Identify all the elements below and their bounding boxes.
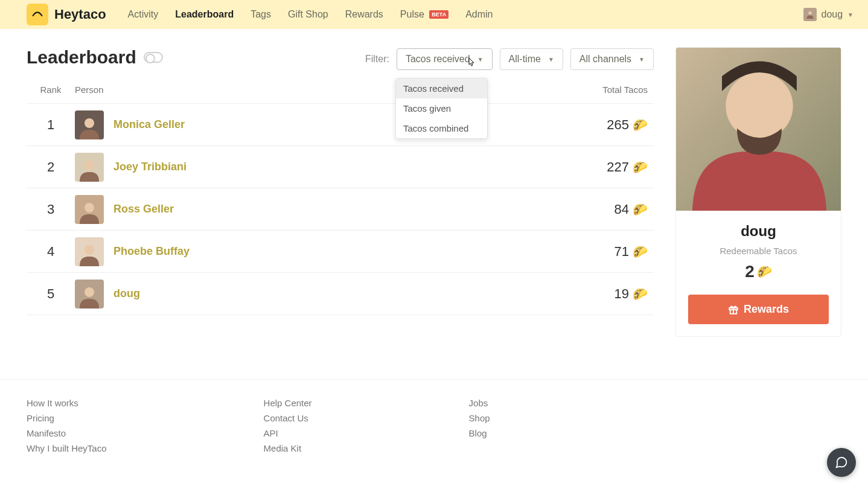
- user-avatar-small: [803, 8, 817, 21]
- footer-link[interactable]: Media Kit: [264, 443, 312, 453]
- filter-channel-value: All channels: [579, 54, 631, 65]
- rewards-button[interactable]: Rewards: [688, 295, 829, 324]
- footer-link[interactable]: How It works: [27, 398, 107, 408]
- person-link[interactable]: Monica Geller: [113, 118, 185, 131]
- footer-link[interactable]: Manifesto: [27, 428, 107, 438]
- table-row: 5doug19🌮: [27, 273, 654, 315]
- filter-type-option[interactable]: Tacos received: [396, 78, 487, 98]
- profile-count-value: 2: [745, 262, 755, 281]
- help-chat-button[interactable]: [827, 448, 856, 477]
- total-cell: 84🌮: [557, 202, 654, 217]
- filter-type-dropdown[interactable]: Tacos received ▼: [397, 48, 493, 70]
- profile-name: doug: [688, 223, 829, 240]
- taco-icon: 🌮: [757, 264, 772, 279]
- person-cell: Joey Tribbiani: [75, 153, 557, 182]
- taco-icon: 🌮: [633, 245, 648, 259]
- filter-label: Filter:: [365, 54, 389, 65]
- profile-avatar: [676, 48, 841, 211]
- taco-icon: 🌮: [633, 118, 648, 132]
- filter-time-dropdown[interactable]: All-time ▼: [500, 48, 563, 70]
- filter-bar: Filter: Tacos received ▼ All-time ▼ All …: [365, 48, 654, 70]
- col-header-rank: Rank: [27, 85, 75, 95]
- total-value: 71: [614, 244, 629, 260]
- col-header-total: Total Tacos: [557, 85, 654, 95]
- rank-cell: 2: [27, 159, 75, 175]
- brand-logo[interactable]: [27, 4, 48, 25]
- avatar: [75, 110, 104, 139]
- person-cell: Ross Geller: [75, 195, 557, 224]
- filter-channel-dropdown[interactable]: All channels ▼: [570, 48, 654, 70]
- svg-point-3: [726, 72, 793, 139]
- nav-pulse-label: Pulse: [400, 9, 424, 19]
- svg-point-1: [35, 12, 36, 13]
- view-toggle[interactable]: [144, 52, 163, 63]
- filter-type-option[interactable]: Tacos given: [396, 98, 487, 118]
- footer-link[interactable]: Why I built HeyTaco: [27, 443, 107, 453]
- footer-column: How It worksPricingManifestoWhy I built …: [27, 398, 107, 453]
- page-title: Leaderboard: [27, 47, 136, 68]
- brand-name[interactable]: Heytaco: [54, 7, 106, 22]
- total-cell: 71🌮: [557, 244, 654, 260]
- user-menu[interactable]: doug ▼: [803, 8, 854, 21]
- taco-icon: 🌮: [633, 160, 648, 174]
- table-row: 2Joey Tribbiani227🌮: [27, 146, 654, 188]
- footer-link[interactable]: Help Center: [264, 398, 312, 408]
- nav-pulse[interactable]: Pulse BETA: [400, 9, 448, 20]
- avatar: [75, 237, 104, 266]
- person-link[interactable]: Joey Tribbiani: [113, 161, 187, 173]
- chevron-down-icon: ▼: [847, 11, 854, 18]
- rank-cell: 1: [27, 117, 75, 133]
- rank-cell: 4: [27, 244, 75, 260]
- nav-activity[interactable]: Activity: [128, 9, 159, 20]
- table-row: 3Ross Geller84🌮: [27, 188, 654, 231]
- person-cell: Phoebe Buffay: [75, 237, 557, 266]
- total-value: 265: [607, 117, 629, 133]
- profile-sublabel: Redeemable Tacos: [688, 246, 829, 256]
- total-cell: 227🌮: [557, 159, 654, 175]
- nav-leaderboard[interactable]: Leaderboard: [175, 9, 234, 20]
- leaderboard-table: Rank Person Total Tacos 1Monica Geller26…: [27, 81, 654, 315]
- profile-card: doug Redeemable Tacos 2 🌮 Rewards: [675, 47, 841, 337]
- footer-link[interactable]: API: [264, 428, 312, 438]
- user-name: doug: [822, 9, 843, 20]
- avatar: [75, 280, 104, 308]
- table-row: 1Monica Geller265🌮: [27, 104, 654, 146]
- person-link[interactable]: Phoebe Buffay: [113, 245, 190, 258]
- nav-rewards[interactable]: Rewards: [345, 9, 383, 20]
- beta-badge: BETA: [429, 10, 448, 19]
- table-row: 4Phoebe Buffay71🌮: [27, 231, 654, 273]
- taco-icon: 🌮: [633, 287, 648, 301]
- person-cell: doug: [75, 280, 557, 308]
- footer-column: JobsShopBlog: [469, 398, 490, 453]
- nav-admin[interactable]: Admin: [465, 9, 493, 20]
- svg-point-2: [39, 12, 40, 13]
- person-link[interactable]: Ross Geller: [113, 203, 174, 216]
- primary-nav: Activity Leaderboard Tags Gift Shop Rewa…: [128, 9, 803, 20]
- table-header: Rank Person Total Tacos: [27, 81, 654, 104]
- footer-link[interactable]: Jobs: [469, 398, 490, 408]
- filter-type-option[interactable]: Tacos combined: [396, 118, 487, 138]
- total-cell: 19🌮: [557, 286, 654, 302]
- chevron-down-icon: ▼: [548, 56, 554, 63]
- taco-icon: 🌮: [633, 202, 648, 217]
- footer-link[interactable]: Pricing: [27, 413, 107, 423]
- total-value: 19: [614, 286, 629, 302]
- avatar: [75, 153, 104, 182]
- nav-giftshop[interactable]: Gift Shop: [288, 9, 328, 20]
- rank-cell: 3: [27, 202, 75, 217]
- profile-taco-count: 2 🌮: [688, 262, 829, 281]
- footer-link[interactable]: Contact Us: [264, 413, 312, 423]
- total-value: 227: [607, 159, 629, 175]
- chevron-down-icon: ▼: [639, 56, 645, 63]
- rank-cell: 5: [27, 286, 75, 302]
- person-link[interactable]: doug: [113, 287, 140, 300]
- filter-type-menu: Tacos received Tacos given Tacos combine…: [395, 78, 488, 139]
- footer-link[interactable]: Shop: [469, 413, 490, 423]
- gift-icon: [728, 304, 739, 315]
- footer-link[interactable]: Blog: [469, 428, 490, 438]
- filter-type-value: Tacos received: [406, 54, 470, 65]
- nav-tags[interactable]: Tags: [251, 9, 271, 20]
- rewards-button-label: Rewards: [744, 303, 789, 316]
- top-navbar: Heytaco Activity Leaderboard Tags Gift S…: [0, 0, 868, 29]
- filter-time-value: All-time: [509, 54, 541, 65]
